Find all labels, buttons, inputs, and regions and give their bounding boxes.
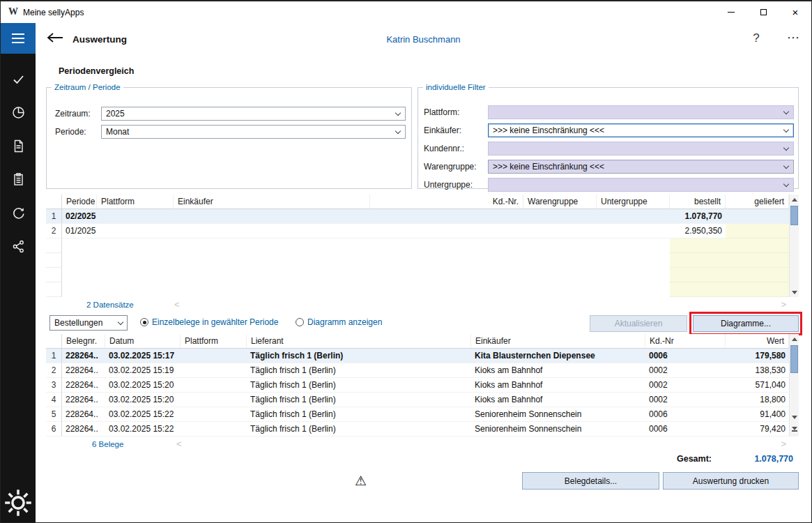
radio-unselected-icon <box>296 318 304 326</box>
radio-einzelbelege[interactable]: Einzelbelege in gewählter Periode <box>140 317 278 327</box>
sidebar-item-documents[interactable] <box>1 129 36 162</box>
close-icon: × <box>792 7 799 17</box>
chevron-down-icon <box>395 110 401 116</box>
column-header-plattform[interactable]: Plattform <box>97 195 174 209</box>
table-row[interactable]: 4 228264.. 03.02.2025 15:20 Täglich fris… <box>46 393 799 407</box>
column-header-kdnr[interactable]: Kd.-Nr <box>645 334 726 348</box>
column-header-untergruppe[interactable]: Untergruppe <box>597 195 670 209</box>
detail-table-body: 1 228264.. 03.02.2025 15:17 Täglich fris… <box>46 349 799 437</box>
menu-button[interactable] <box>1 23 36 54</box>
column-header-warengruppe[interactable]: Warengruppe <box>523 195 597 209</box>
close-button[interactable]: × <box>779 1 811 23</box>
table-row[interactable]: 3 228264.. 03.02.2025 15:20 Täglich fris… <box>46 378 799 393</box>
column-header-geliefert[interactable]: geliefert <box>726 195 789 209</box>
group-individuelle-filter: individuelle Filter Plattform: Einkäufer… <box>418 83 799 189</box>
chevron-down-icon <box>118 319 123 325</box>
column-header-datum[interactable]: Datum <box>105 334 181 348</box>
untergruppe-label: Untergruppe: <box>424 178 473 192</box>
prev-page-button[interactable]: < <box>176 439 182 449</box>
next-page-button[interactable]: > <box>781 439 786 449</box>
sidebar-item-tasks[interactable] <box>1 62 36 96</box>
minimize-button[interactable] <box>715 1 747 23</box>
chevron-down-icon <box>783 145 789 151</box>
table-row[interactable]: 2 228264.. 03.02.2025 15:19 Täglich fris… <box>46 363 799 378</box>
vertical-scrollbar[interactable] <box>789 195 799 297</box>
scrollbar-thumb[interactable] <box>790 345 798 373</box>
column-header-periode[interactable]: Periode <box>62 195 97 209</box>
column-header-lieferant[interactable]: Lieferant <box>247 334 471 348</box>
maximize-icon <box>760 9 767 15</box>
table-row <box>46 282 799 297</box>
arrow-down-icon <box>792 291 797 294</box>
zeitraum-select[interactable]: 2025 <box>101 107 406 121</box>
titlebar: W Meine sellyApps × <box>1 1 811 23</box>
maximize-button[interactable] <box>747 1 779 23</box>
kundennr-label: Kundennr.: <box>424 142 464 156</box>
einkaeufer-select[interactable]: >>> keine Einschränkung <<< <box>488 123 794 137</box>
chevron-down-icon <box>783 181 789 187</box>
plattform-select[interactable] <box>488 105 794 119</box>
app-header: Auswertung Katrin Buschmann ? ⋯ <box>36 23 811 55</box>
sync-icon <box>11 206 26 220</box>
more-button[interactable]: ⋯ <box>785 30 802 45</box>
detail-table: Belegnr. Datum Plattform Lieferant Einkä… <box>46 334 799 453</box>
total-label: Gesamt: <box>677 454 712 464</box>
sidebar-nav <box>1 62 36 263</box>
kundennr-select[interactable] <box>488 142 794 156</box>
document-icon <box>11 139 26 153</box>
column-header-plattform[interactable]: Plattform <box>181 334 247 348</box>
table-row[interactable]: 6 228264.. 03.02.2025 15:22 Täglich fris… <box>46 422 799 437</box>
belegdetails-button[interactable]: Belegdetails... <box>522 472 659 490</box>
arrow-down-end-icon <box>792 427 797 430</box>
warengruppe-select[interactable]: >>> keine Einschränkung <<< <box>488 160 794 174</box>
table-row[interactable]: 1 02/2025 1.078,770 <box>46 209 799 224</box>
scroll-down-button[interactable] <box>790 412 799 422</box>
app-window: W Meine sellyApps × <box>0 0 812 523</box>
scroll-down-button[interactable] <box>790 287 799 297</box>
scrollbar-thumb[interactable] <box>790 206 798 225</box>
table-row[interactable]: 1 228264.. 03.02.2025 15:17 Täglich fris… <box>46 349 799 363</box>
warning-icon[interactable]: ⚠ <box>355 473 367 489</box>
scroll-up-button[interactable] <box>790 195 799 204</box>
vertical-scrollbar[interactable] <box>789 334 799 437</box>
arrow-down-icon <box>792 416 797 419</box>
aktualisieren-button[interactable]: Aktualisieren <box>590 315 687 332</box>
prev-page-button[interactable]: < <box>174 299 180 310</box>
sidebar-item-settings[interactable] <box>1 489 36 517</box>
table-row[interactable]: 2 01/2025 2.950,350 <box>46 224 799 238</box>
column-header-einkaeufer[interactable]: Einkäufer <box>174 195 370 209</box>
help-button[interactable]: ? <box>749 31 764 45</box>
table-row[interactable]: 5 228264.. 03.02.2025 15:22 Täglich fris… <box>46 407 799 422</box>
pie-chart-icon <box>11 105 26 120</box>
check-icon <box>11 72 26 86</box>
table-row <box>46 253 799 268</box>
column-header-belegnr[interactable]: Belegnr. <box>62 334 105 348</box>
periode-select[interactable]: Monat <box>101 125 406 139</box>
scroll-to-end-button[interactable] <box>790 423 799 433</box>
next-page-button[interactable]: > <box>781 299 786 310</box>
chevron-down-icon <box>783 127 789 132</box>
auswertung-drucken-button[interactable]: Auswertung drucken <box>663 472 799 490</box>
sidebar-item-share[interactable] <box>1 229 36 263</box>
untergruppe-select[interactable] <box>488 178 794 192</box>
group-zeitraum-periode: Zeitraum / Periode Zeitraum: 2025 Period… <box>46 83 412 189</box>
periode-label: Periode: <box>55 125 86 139</box>
share-icon <box>11 239 26 254</box>
diagramme-button[interactable]: Diagramme... <box>693 315 799 332</box>
radio-diagramm[interactable]: Diagramm anzeigen <box>296 317 382 327</box>
group-title: Zeitraum / Periode <box>52 83 123 91</box>
scroll-up-button[interactable] <box>790 334 799 344</box>
hamburger-icon <box>12 33 24 35</box>
sidebar-item-reports[interactable] <box>1 96 36 129</box>
app-title: Meine sellyApps <box>23 8 84 17</box>
sidebar-item-orders[interactable] <box>1 162 36 196</box>
column-header-kdnr[interactable]: Kd.-Nr. <box>370 195 523 209</box>
column-header-einkaeufer[interactable]: Einkäufer <box>471 334 645 348</box>
zeitraum-label: Zeitraum: <box>55 107 91 121</box>
app-logo-icon: W <box>8 6 19 17</box>
doc-type-select[interactable]: Bestellungen <box>49 315 128 331</box>
total-value: 1.078,770 <box>754 454 793 464</box>
column-header-wert[interactable]: Wert <box>726 334 789 348</box>
sidebar-item-sync[interactable] <box>1 196 36 229</box>
column-header-bestellt[interactable]: bestellt <box>670 195 726 209</box>
